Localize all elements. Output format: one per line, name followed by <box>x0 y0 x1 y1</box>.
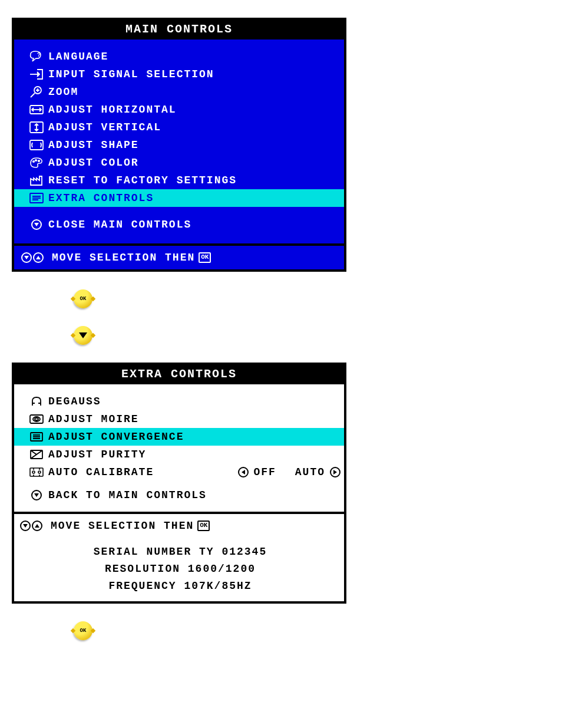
svg-rect-9 <box>30 415 43 423</box>
menu-label: CLOSE MAIN CONTROLS <box>48 219 340 230</box>
menu-item-degauss[interactable]: DEGAUSS <box>14 393 344 410</box>
input-arrow-icon <box>25 68 48 81</box>
extra-title: EXTRA CONTROLS <box>14 365 344 384</box>
menu-label: EXTRA CONTROLS <box>48 192 340 204</box>
menu-label: RESET TO FACTORY SETTINGS <box>48 174 340 186</box>
menu-item-adjust-color[interactable]: ADJUST COLOR <box>14 154 344 172</box>
up-down-circles-icon <box>20 521 42 531</box>
menu-label: ADJUST PURITY <box>48 449 340 460</box>
menu-item-adjust-convergence[interactable]: ADJUST CONVERGENCE <box>14 428 344 446</box>
left-circle-icon <box>238 467 249 477</box>
speech-question-icon: ? <box>25 50 48 63</box>
menu-item-adjust-purity[interactable]: ADJUST PURITY <box>14 446 344 463</box>
down-circle-icon <box>25 490 48 500</box>
svg-point-16 <box>38 471 41 473</box>
menu-label: DEGAUSS <box>48 396 340 407</box>
frequency-line: FREQUENCY 107K/85HZ <box>20 578 340 595</box>
footer-text: MOVE SELECTION THEN <box>51 520 194 532</box>
menu-item-close-main[interactable]: CLOSE MAIN CONTROLS <box>14 207 344 241</box>
menu-item-reset-factory[interactable]: RESET TO FACTORY SETTINGS <box>14 172 344 189</box>
calibrate-icon <box>25 466 48 479</box>
list-box-icon <box>25 192 48 205</box>
up-down-circles-icon <box>21 252 44 263</box>
svg-point-5 <box>33 161 35 163</box>
off-label: OFF <box>253 466 276 478</box>
menu-label: ADJUST HORIZONTAL <box>48 104 340 116</box>
menu-label: ADJUST VERTICAL <box>48 121 340 133</box>
horizontal-arrows-icon <box>25 103 48 116</box>
menu-item-auto-calibrate[interactable]: AUTO CALIBRATE OFF AUTO <box>14 463 344 481</box>
ok-button[interactable]: OK <box>74 621 92 640</box>
right-circle-icon <box>330 467 340 477</box>
magnet-icon <box>25 395 48 408</box>
ok-button[interactable]: OK <box>74 289 92 308</box>
menu-label: BACK TO MAIN CONTROLS <box>48 489 340 501</box>
main-body: ? LANGUAGE INPUT SIGNAL SELECTION <box>14 39 344 269</box>
menu-item-adjust-moire[interactable]: ADJUST MOIRE <box>14 410 344 428</box>
auto-calibrate-options: OFF AUTO <box>238 466 340 478</box>
menu-label: ADJUST MOIRE <box>48 413 340 425</box>
main-footer: MOVE SELECTION THEN OK <box>14 243 344 269</box>
svg-point-11 <box>35 418 38 420</box>
extra-body: DEGAUSS ADJUST MOIRE A <box>14 384 344 601</box>
factory-icon <box>25 174 48 187</box>
palette-icon <box>25 156 48 169</box>
ok-button-label: OK <box>80 628 87 634</box>
moire-icon <box>25 413 48 426</box>
main-menu-list: ? LANGUAGE INPUT SIGNAL SELECTION <box>14 39 344 243</box>
menu-item-language[interactable]: ? LANGUAGE <box>14 48 344 65</box>
menu-label: ADJUST COLOR <box>48 157 340 169</box>
auto-label: AUTO <box>295 466 325 478</box>
svg-text:?: ? <box>37 52 42 58</box>
ok-icon: OK <box>199 252 211 262</box>
ok-icon: OK <box>197 521 210 531</box>
main-title: MAIN CONTROLS <box>14 20 344 39</box>
menu-item-adjust-vertical[interactable]: ADJUST VERTICAL <box>14 118 344 136</box>
svg-point-15 <box>32 471 35 473</box>
extra-controls-panel: EXTRA CONTROLS DEGAUSS ADJUST MOIR <box>12 363 346 604</box>
menu-item-input-signal[interactable]: INPUT SIGNAL SELECTION <box>14 65 344 83</box>
menu-item-adjust-shape[interactable]: ADJUST SHAPE <box>14 136 344 154</box>
menu-item-extra-controls[interactable]: EXTRA CONTROLS <box>14 189 344 207</box>
menu-item-zoom[interactable]: ZOOM <box>14 83 344 101</box>
serial-line: SERIAL NUMBER TY 012345 <box>20 543 340 561</box>
extra-footer: MOVE SELECTION THEN OK SERIAL NUMBER TY … <box>14 512 344 601</box>
info-block: SERIAL NUMBER TY 012345 RESOLUTION 1600/… <box>20 532 340 600</box>
vertical-arrows-icon <box>25 121 48 134</box>
menu-label: AUTO CALIBRATE <box>48 466 238 478</box>
menu-item-back[interactable]: BACK TO MAIN CONTROLS <box>14 481 344 509</box>
purity-icon <box>25 448 48 461</box>
menu-label: INPUT SIGNAL SELECTION <box>48 68 340 80</box>
menu-label: LANGUAGE <box>48 51 340 62</box>
ok-button-label: OK <box>80 296 87 302</box>
main-controls-panel: MAIN CONTROLS ? LANGUAGE INPUT SIGN <box>12 18 346 272</box>
shape-icon <box>25 139 48 151</box>
svg-point-7 <box>38 160 40 162</box>
convergence-icon <box>25 430 48 443</box>
svg-point-6 <box>35 160 37 162</box>
down-button[interactable] <box>74 326 92 345</box>
menu-label: ADJUST CONVERGENCE <box>48 431 340 443</box>
triangle-down-icon <box>79 332 87 338</box>
menu-item-adjust-horizontal[interactable]: ADJUST HORIZONTAL <box>14 101 344 118</box>
resolution-line: RESOLUTION 1600/1200 <box>20 561 340 578</box>
menu-label: ADJUST SHAPE <box>48 139 340 151</box>
down-circle-icon <box>25 219 48 230</box>
magnify-plus-icon <box>25 85 48 98</box>
footer-text: MOVE SELECTION THEN <box>52 252 195 263</box>
menu-label: ZOOM <box>48 86 340 98</box>
extra-menu-list: DEGAUSS ADJUST MOIRE A <box>14 384 344 512</box>
